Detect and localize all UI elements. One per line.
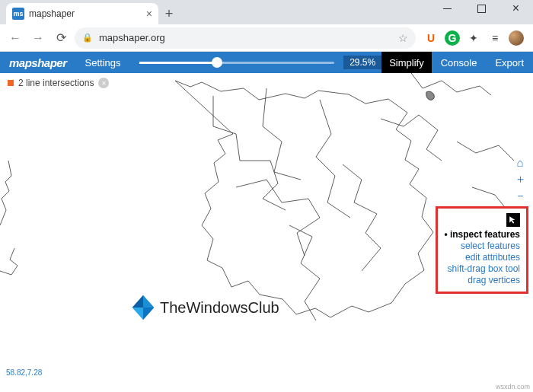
- map-canvas[interactable]: ⌂ ＋ － inspect features select features e…: [0, 73, 533, 392]
- ctx-shift-drag-box[interactable]: shift-drag box tool: [448, 263, 520, 274]
- zoom-in-icon[interactable]: ＋: [513, 172, 527, 186]
- svg-marker-3: [143, 308, 154, 320]
- app-logo: mapshaper: [0, 56, 76, 69]
- ctx-inspect-features[interactable]: inspect features: [444, 229, 520, 240]
- forward-button[interactable]: →: [29, 29, 47, 47]
- watermark-text: TheWindowsClub: [160, 299, 279, 317]
- cursor-tool-menu: inspect features select features edit at…: [436, 206, 528, 294]
- zoom-out-icon[interactable]: －: [513, 189, 527, 202]
- back-button[interactable]: ←: [6, 29, 24, 47]
- windowsclub-icon: [129, 294, 157, 321]
- extensions-icon[interactable]: ✦: [466, 30, 481, 46]
- console-link[interactable]: Console: [432, 57, 487, 69]
- window-close[interactable]: ×: [499, 0, 533, 17]
- window-maximize[interactable]: [464, 0, 499, 17]
- lock-icon: 🔒: [82, 33, 93, 43]
- svg-marker-0: [143, 295, 154, 308]
- warning-dot-icon: [8, 80, 14, 86]
- url-text: mapshaper.org: [99, 32, 165, 43]
- simplify-slider[interactable]: [130, 62, 344, 64]
- tab-close-icon[interactable]: ×: [146, 8, 152, 20]
- tab-title: mapshaper: [29, 8, 75, 19]
- status-text: 2 line intersections: [18, 78, 94, 88]
- ublock-icon[interactable]: U: [423, 30, 439, 46]
- url-input[interactable]: 🔒 mapshaper.org ☆: [75, 27, 416, 49]
- ctx-edit-attributes[interactable]: edit attributes: [465, 252, 520, 263]
- extension-icons: U G ✦ ≡: [420, 30, 527, 46]
- home-icon[interactable]: ⌂: [513, 155, 527, 169]
- status-line: 2 line intersections ×: [8, 78, 109, 88]
- export-link[interactable]: Export: [486, 57, 533, 69]
- bookmark-icon[interactable]: ☆: [398, 32, 408, 44]
- slider-fill: [139, 62, 218, 64]
- simplify-button[interactable]: Simplify: [381, 52, 432, 73]
- new-tab-button[interactable]: +: [158, 3, 180, 24]
- svg-marker-2: [132, 308, 143, 320]
- settings-link[interactable]: Settings: [76, 57, 130, 69]
- slider-thumb[interactable]: [212, 57, 222, 68]
- status-clear-icon[interactable]: ×: [98, 78, 109, 88]
- svg-marker-1: [132, 295, 143, 308]
- address-bar: ← → ⟳ 🔒 mapshaper.org ☆ U G ✦ ≡: [0, 24, 533, 52]
- reload-button[interactable]: ⟳: [52, 29, 70, 47]
- simplify-percent: 29.5%: [343, 56, 381, 69]
- source-mark: wsxdn.com: [496, 383, 530, 390]
- watermark: TheWindowsClub: [129, 294, 279, 321]
- profile-avatar[interactable]: [509, 30, 524, 46]
- favicon-icon: ms: [12, 8, 24, 20]
- cursor-icon[interactable]: [506, 213, 520, 227]
- ctx-select-features[interactable]: select features: [461, 241, 520, 251]
- app-toolbar: mapshaper Settings 29.5% Simplify Consol…: [0, 52, 533, 73]
- browser-tab[interactable]: ms mapshaper ×: [6, 3, 158, 24]
- reading-list-icon[interactable]: ≡: [487, 30, 503, 46]
- coordinates-readout: 58.82,7.28: [6, 368, 42, 377]
- grammarly-icon[interactable]: G: [445, 30, 460, 46]
- map-tools: ⌂ ＋ －: [513, 155, 527, 202]
- window-minimize[interactable]: [430, 0, 464, 17]
- ctx-drag-vertices[interactable]: drag vertices: [468, 275, 520, 285]
